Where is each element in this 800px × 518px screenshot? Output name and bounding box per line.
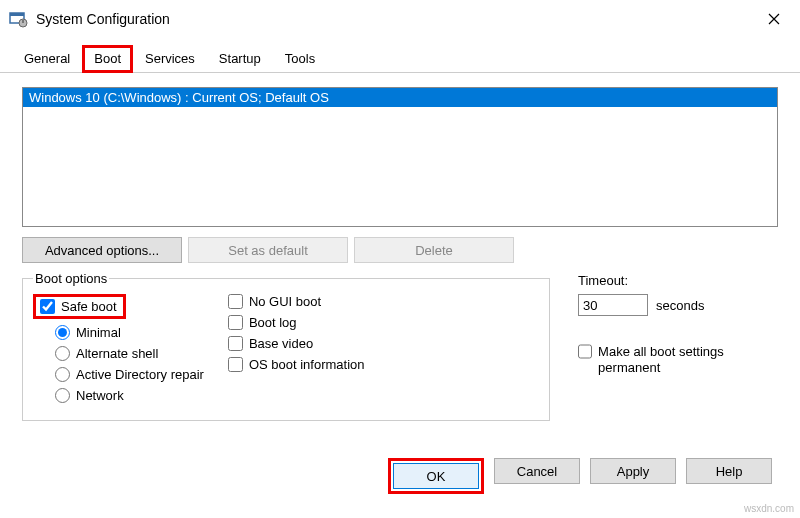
apply-button[interactable]: Apply xyxy=(590,458,676,484)
minimal-radio[interactable] xyxy=(55,325,70,340)
tab-tools[interactable]: Tools xyxy=(273,45,327,73)
tab-services[interactable]: Services xyxy=(133,45,207,73)
os-info-label: OS boot information xyxy=(249,357,365,372)
permanent-checkbox[interactable] xyxy=(578,344,592,359)
boot-options-group: Boot options Safe boot Minimal xyxy=(22,271,550,421)
delete-button: Delete xyxy=(354,237,514,263)
window-title: System Configuration xyxy=(36,11,170,27)
timeout-input[interactable] xyxy=(578,294,648,316)
tab-content: Windows 10 (C:\Windows) : Current OS; De… xyxy=(0,73,800,433)
os-info-checkbox[interactable] xyxy=(228,357,243,372)
safe-boot-highlight: Safe boot xyxy=(33,294,126,319)
no-gui-checkbox[interactable] xyxy=(228,294,243,309)
ok-button[interactable]: OK xyxy=(393,463,479,489)
svg-rect-1 xyxy=(10,13,24,16)
boot-log-checkbox[interactable] xyxy=(228,315,243,330)
tab-general[interactable]: General xyxy=(12,45,82,73)
svg-rect-3 xyxy=(22,20,24,23)
base-video-label: Base video xyxy=(249,336,313,351)
watermark: wsxdn.com xyxy=(744,503,794,514)
minimal-label: Minimal xyxy=(76,325,121,340)
safe-boot-label: Safe boot xyxy=(61,299,117,314)
options-area: Boot options Safe boot Minimal xyxy=(22,271,778,421)
os-buttons-row: Advanced options... Set as default Delet… xyxy=(22,237,778,263)
boot-options-left-col: Safe boot Minimal Alternate shell Active… xyxy=(33,290,204,403)
close-button[interactable] xyxy=(752,4,796,34)
ad-repair-radio[interactable] xyxy=(55,367,70,382)
alternate-shell-radio[interactable] xyxy=(55,346,70,361)
set-default-button: Set as default xyxy=(188,237,348,263)
boot-options-legend: Boot options xyxy=(33,271,109,286)
boot-options-right-col: No GUI boot Boot log Base video OS boot … xyxy=(228,290,365,403)
cancel-button[interactable]: Cancel xyxy=(494,458,580,484)
alternate-shell-label: Alternate shell xyxy=(76,346,158,361)
ad-repair-label: Active Directory repair xyxy=(76,367,204,382)
tab-startup[interactable]: Startup xyxy=(207,45,273,73)
help-button[interactable]: Help xyxy=(686,458,772,484)
safe-boot-checkbox[interactable] xyxy=(40,299,55,314)
tab-boot[interactable]: Boot xyxy=(82,45,133,73)
timeout-label: Timeout: xyxy=(578,273,778,288)
network-radio[interactable] xyxy=(55,388,70,403)
os-entry[interactable]: Windows 10 (C:\Windows) : Current OS; De… xyxy=(23,88,777,107)
no-gui-label: No GUI boot xyxy=(249,294,321,309)
permanent-label: Make all boot settings permanent xyxy=(598,344,778,377)
app-icon xyxy=(8,9,28,29)
timeout-area: Timeout: seconds Make all boot settings … xyxy=(578,271,778,377)
tab-bar: General Boot Services Startup Tools xyxy=(0,38,800,73)
boot-log-label: Boot log xyxy=(249,315,297,330)
advanced-options-button[interactable]: Advanced options... xyxy=(22,237,182,263)
network-label: Network xyxy=(76,388,124,403)
title-bar: System Configuration xyxy=(0,0,800,38)
timeout-unit: seconds xyxy=(656,298,704,313)
ok-highlight: OK xyxy=(388,458,484,494)
dialog-buttons: OK Cancel Apply Help xyxy=(388,458,772,494)
base-video-checkbox[interactable] xyxy=(228,336,243,351)
os-list[interactable]: Windows 10 (C:\Windows) : Current OS; De… xyxy=(22,87,778,227)
